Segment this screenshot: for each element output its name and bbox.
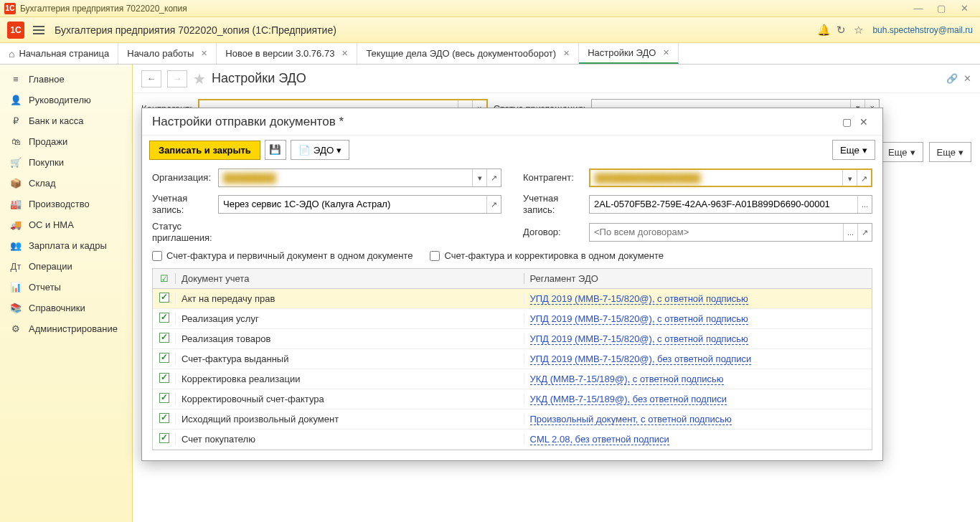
- sidebar-label: Банк и касса: [29, 115, 84, 126]
- close-icon[interactable]: ✕: [341, 49, 348, 58]
- lookup-button[interactable]: ...: [857, 196, 872, 213]
- table-row[interactable]: Исходящий произвольный документПроизволь…: [153, 409, 872, 430]
- table-row[interactable]: Корректировка реализацииУКД (ММВ-7-15/18…: [153, 369, 872, 389]
- row-checkbox[interactable]: [153, 433, 176, 445]
- sidebar-item[interactable]: ₽Банк и касса: [0, 110, 132, 131]
- sidebar-item[interactable]: ≡Главное: [0, 69, 132, 90]
- sidebar-item[interactable]: 🏭Производство: [0, 194, 132, 214]
- row-checkbox[interactable]: [153, 353, 176, 365]
- account-label: Учетная запись:: [152, 193, 212, 215]
- bell-icon[interactable]: 🔔: [815, 24, 832, 37]
- dropdown-button[interactable]: ▾: [842, 170, 857, 186]
- more-button[interactable]: Еще▾: [880, 142, 923, 162]
- check-sf-correction[interactable]: Счет-фактура и корректировка в одном док…: [430, 250, 664, 261]
- open-button[interactable]: ↗: [486, 169, 501, 186]
- reg-cell: УКД (ММВ-7-15/189@), с ответной подписью: [524, 374, 872, 384]
- tabs-bar: ⌂ Начальная страница Начало работы ✕ Нов…: [0, 43, 980, 65]
- nav-forward-button[interactable]: →: [167, 70, 187, 87]
- reglament-link[interactable]: УПД 2019 (ММВ-7-15/820@), с ответной под…: [530, 293, 748, 305]
- reglament-link[interactable]: CML 2.08, без ответной подписи: [530, 434, 669, 445]
- row-checkbox[interactable]: [153, 413, 176, 425]
- nav-back-button[interactable]: ←: [141, 70, 161, 87]
- lookup-button[interactable]: ...: [843, 224, 857, 241]
- account2-input[interactable]: [590, 196, 857, 213]
- user-email[interactable]: buh.spectehstroy@mail.ru: [872, 25, 973, 35]
- reglament-link[interactable]: УПД 2019 (ММВ-7-15/820@), с ответной под…: [530, 333, 748, 345]
- sidebar-item[interactable]: 🚚ОС и НМА: [0, 214, 132, 235]
- open-button[interactable]: ↗: [857, 224, 872, 241]
- edo-dropdown-button[interactable]: 📄 ЭДО ▾: [291, 140, 350, 160]
- link-icon[interactable]: 🔗: [946, 73, 958, 84]
- check-sf-primary[interactable]: Счет-фактура и первичный документ в одно…: [152, 250, 413, 261]
- tab-item[interactable]: Текущие дела ЭДО (весь документооборот) …: [357, 43, 579, 64]
- reglament-link[interactable]: УКД (ММВ-7-15/189@), с ответной подписью: [530, 374, 724, 385]
- close-icon[interactable]: ✕: [563, 49, 570, 58]
- sidebar-item[interactable]: 👤Руководителю: [0, 90, 132, 110]
- sidebar-item[interactable]: 🛒Покупки: [0, 152, 132, 173]
- row-checkbox[interactable]: [153, 313, 176, 325]
- favorite-star-icon[interactable]: ★: [193, 70, 206, 87]
- more-button[interactable]: Еще ▾: [832, 140, 875, 160]
- tab-item[interactable]: Новое в версии 3.0.76.73 ✕: [217, 43, 357, 64]
- close-icon[interactable]: ✕: [201, 49, 207, 58]
- tab-item-active[interactable]: Настройки ЭДО ✕: [579, 43, 679, 64]
- reglament-link[interactable]: УПД 2019 (ММВ-7-15/820@), с ответной под…: [530, 313, 748, 325]
- star-icon[interactable]: ☆: [849, 24, 867, 37]
- close-window-button[interactable]: ✕: [953, 2, 976, 15]
- sidebar-item[interactable]: 📊Отчеты: [0, 277, 132, 298]
- row-checkbox[interactable]: [153, 393, 176, 405]
- row-checkbox[interactable]: [153, 333, 176, 345]
- open-button[interactable]: ↗: [857, 170, 871, 186]
- sidebar-item[interactable]: 🛍Продажи: [0, 131, 132, 152]
- save-and-close-button[interactable]: Записать и закрыть: [149, 141, 260, 160]
- more-button[interactable]: Еще▾: [929, 142, 971, 162]
- sidebar-item[interactable]: ⚙Администрирование: [0, 318, 132, 339]
- sidebar-icon: 📦: [10, 178, 22, 189]
- dialog-title: Настройки отправки документов *: [152, 115, 838, 129]
- reglament-link[interactable]: УПД 2019 (ММВ-7-15/820@), без ответной п…: [530, 353, 752, 365]
- reglament-link[interactable]: Произвольный документ, с ответной подпис…: [530, 414, 732, 425]
- contract-input[interactable]: [590, 224, 843, 241]
- sidebar-item[interactable]: ДтОперации: [0, 256, 132, 277]
- sidebar-icon: 🏭: [10, 199, 22, 209]
- tab-item[interactable]: Начало работы ✕: [118, 43, 217, 64]
- dropdown-button[interactable]: ▾: [472, 169, 486, 186]
- tab-home[interactable]: ⌂ Начальная страница: [0, 43, 118, 64]
- reg-cell: CML 2.08, без ответной подписи: [524, 434, 872, 445]
- sidebar-icon: ≡: [10, 74, 22, 85]
- table-row[interactable]: Корректировочный счет-фактураУКД (ММВ-7-…: [153, 389, 872, 409]
- maximize-button[interactable]: ▢: [930, 2, 953, 15]
- open-button[interactable]: ↗: [486, 196, 501, 213]
- save-button[interactable]: 💾: [265, 140, 286, 160]
- content-area: ← → ★ Настройки ЭДО 🔗 ✕ Контрагент: ... …: [133, 65, 980, 522]
- reg-column-header[interactable]: Регламент ЭДО: [524, 273, 872, 284]
- close-icon[interactable]: ✕: [663, 48, 669, 57]
- table-row[interactable]: Акт на передачу правУПД 2019 (ММВ-7-15/8…: [153, 289, 872, 309]
- window-titlebar: 1C Бухгалтерия предприятия 7022020_копия…: [0, 0, 980, 17]
- sidebar-item[interactable]: 📚Справочники: [0, 298, 132, 318]
- sidebar-item[interactable]: 👥Зарплата и кадры: [0, 235, 132, 256]
- history-icon[interactable]: ↻: [832, 24, 849, 37]
- maximize-dialog-button[interactable]: ▢: [838, 116, 855, 128]
- row-checkbox[interactable]: [153, 293, 176, 305]
- organization-input[interactable]: [219, 169, 472, 186]
- table-row[interactable]: Реализация товаровУПД 2019 (ММВ-7-15/820…: [153, 329, 872, 349]
- table-row[interactable]: Счет покупателюCML 2.08, без ответной по…: [153, 430, 872, 450]
- reglament-link[interactable]: УКД (ММВ-7-15/189@), без ответной подпис…: [530, 394, 727, 405]
- table-row[interactable]: Реализация услугУПД 2019 (ММВ-7-15/820@)…: [153, 309, 872, 329]
- counterparty-label: Контрагент:: [523, 172, 583, 184]
- tab-label: Начало работы: [127, 48, 194, 59]
- counterparty-input[interactable]: [590, 170, 842, 186]
- doc-column-header[interactable]: Документ учета: [176, 273, 524, 284]
- minimize-button[interactable]: —: [907, 2, 930, 15]
- account-input[interactable]: [219, 196, 486, 213]
- close-page-button[interactable]: ✕: [963, 73, 971, 84]
- checkbox[interactable]: [430, 251, 440, 261]
- table-row[interactable]: Счет-фактура выданныйУПД 2019 (ММВ-7-15/…: [153, 349, 872, 369]
- row-checkbox[interactable]: [153, 373, 176, 385]
- close-dialog-button[interactable]: ✕: [855, 116, 872, 128]
- hamburger-icon[interactable]: [30, 22, 47, 39]
- sidebar-item[interactable]: 📦Склад: [0, 173, 132, 194]
- checkbox[interactable]: [152, 251, 162, 261]
- check-all-header[interactable]: ☑: [153, 273, 176, 284]
